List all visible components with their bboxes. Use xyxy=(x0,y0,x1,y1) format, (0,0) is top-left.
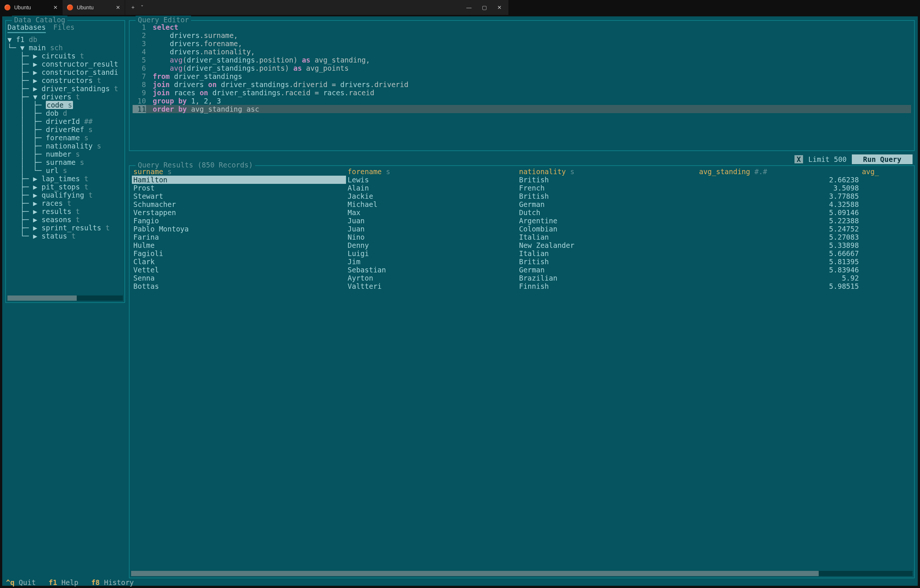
table-row[interactable]: BottasValtteriFinnish5.98515 xyxy=(132,282,509,290)
close-icon[interactable]: ✕ xyxy=(116,5,120,10)
table-row[interactable]: StewartJackieBritish3.77885 xyxy=(132,192,509,200)
window-controls: — ▢ ✕ xyxy=(460,0,509,15)
tab-databases[interactable]: Databases xyxy=(7,23,46,33)
panel-title: Query Editor xyxy=(136,16,191,24)
table-row[interactable]: HulmeDennyNew Zealander5.33898 xyxy=(132,241,509,249)
table-row[interactable]: FagioliLuigiItalian5.66667 xyxy=(132,249,509,257)
tab-ubuntu-1[interactable]: Ubuntu ✕ xyxy=(0,0,63,15)
column-header[interactable]: forename s xyxy=(346,168,509,176)
tab-dropdown-button[interactable]: ˅ xyxy=(141,5,143,10)
terminal-app: Data Catalog Databases Files ▼ f1 db └─ … xyxy=(0,15,509,326)
table-row[interactable]: FangioJuanArgentine5.22388 xyxy=(132,216,509,225)
catalog-tree[interactable]: ▼ f1 db └─ ▼ main sch ├─ ▶ circuits t ├─… xyxy=(6,33,125,242)
close-icon[interactable]: ✕ xyxy=(53,5,58,10)
close-window-button[interactable]: ✕ xyxy=(497,5,502,10)
ubuntu-icon xyxy=(5,5,10,10)
catalog-hscroll[interactable] xyxy=(7,296,123,301)
table-row[interactable]: ClarkJimBritish5.81395 xyxy=(132,257,509,266)
tab-ubuntu-2[interactable]: Ubuntu ✕ xyxy=(63,0,125,15)
table-row[interactable]: VerstappenMaxDutch5.09146 xyxy=(132,208,509,216)
table-row[interactable]: HamiltonLewisBritish2.66238 xyxy=(132,176,509,184)
table-row[interactable]: ProstAlainFrench3.5098 xyxy=(132,184,509,192)
minimize-button[interactable]: — xyxy=(466,5,471,10)
results-table[interactable]: surname sforename snationality savg_stan… xyxy=(132,168,509,290)
editor-body[interactable]: 1select 2 drivers.surname, 3 drivers.for… xyxy=(130,21,509,124)
tabbar-actions: ＋ ˅ xyxy=(125,0,149,15)
panel-title: Data Catalog xyxy=(12,16,67,24)
new-tab-button[interactable]: ＋ xyxy=(130,4,136,11)
table-row[interactable]: SennaAyrtonBrazilian5.92 xyxy=(132,274,509,282)
tab-files[interactable]: Files xyxy=(53,23,75,33)
table-row[interactable]: SchumacherMichaelGerman4.32588 xyxy=(132,200,509,208)
table-row[interactable]: FarinaNinoItalian5.27083 xyxy=(132,233,509,241)
table-row[interactable]: VettelSebastianGerman5.83946 xyxy=(132,266,509,274)
tab-label: Ubuntu xyxy=(14,5,31,10)
tab-label: Ubuntu xyxy=(77,5,94,10)
maximize-button[interactable]: ▢ xyxy=(482,5,487,10)
table-row[interactable]: Pablo MontoyaJuanColombian5.24752 xyxy=(132,225,509,233)
ubuntu-icon xyxy=(67,5,73,10)
query-editor-panel: Query Editor 1select 2 drivers.surname, … xyxy=(129,20,509,151)
data-catalog-panel: Data Catalog Databases Files ▼ f1 db └─ … xyxy=(5,20,125,303)
panel-title: Query Results (850 Records) xyxy=(136,161,255,169)
query-results-panel: Query Results (850 Records) surname sfor… xyxy=(129,165,509,326)
window-titlebar: Ubuntu ✕ Ubuntu ✕ ＋ ˅ — ▢ ✕ xyxy=(0,0,509,15)
